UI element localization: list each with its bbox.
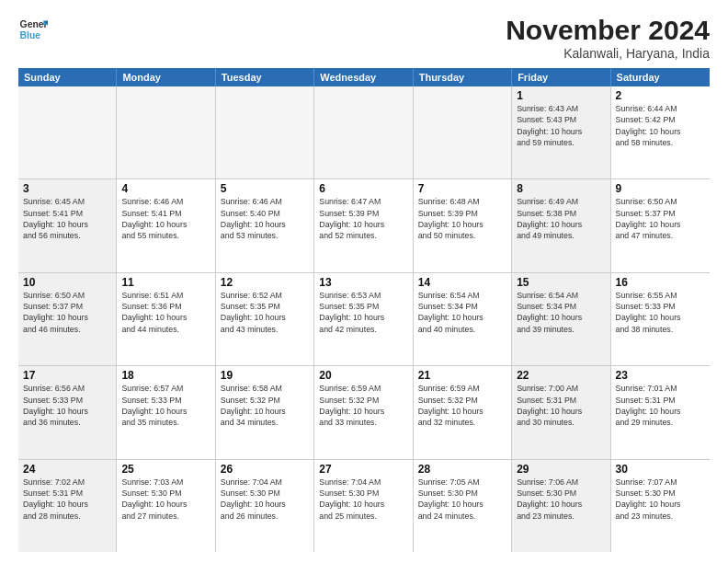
calendar-header-sunday: Sunday — [18, 68, 117, 86]
day-number: 19 — [221, 369, 309, 382]
day-number: 25 — [121, 463, 210, 476]
day-number: 18 — [121, 369, 210, 382]
day-number: 3 — [23, 182, 111, 195]
svg-text:Blue: Blue — [20, 30, 41, 40]
calendar-day-17: 17Sunrise: 6:56 AM Sunset: 5:33 PM Dayli… — [18, 366, 117, 458]
calendar-header-tuesday: Tuesday — [216, 68, 314, 86]
calendar-day-19: 19Sunrise: 6:58 AM Sunset: 5:32 PM Dayli… — [216, 366, 314, 458]
day-number: 12 — [221, 276, 309, 289]
day-info: Sunrise: 6:56 AM Sunset: 5:33 PM Dayligh… — [23, 383, 111, 428]
calendar-day-28: 28Sunrise: 7:05 AM Sunset: 5:30 PM Dayli… — [414, 460, 512, 552]
calendar-header-friday: Friday — [512, 68, 610, 86]
day-number: 13 — [319, 276, 407, 289]
day-info: Sunrise: 6:45 AM Sunset: 5:41 PM Dayligh… — [23, 196, 111, 241]
day-number: 27 — [319, 463, 407, 476]
calendar-day-25: 25Sunrise: 7:03 AM Sunset: 5:30 PM Dayli… — [117, 460, 215, 552]
calendar-empty-cell — [117, 86, 215, 178]
day-number: 17 — [23, 369, 111, 382]
header: General Blue November 2024 Kalanwali, Ha… — [18, 15, 710, 61]
day-number: 16 — [616, 276, 705, 289]
day-info: Sunrise: 6:51 AM Sunset: 5:36 PM Dayligh… — [121, 290, 210, 335]
calendar-day-13: 13Sunrise: 6:53 AM Sunset: 5:35 PM Dayli… — [314, 273, 413, 365]
day-number: 4 — [121, 182, 210, 195]
calendar: SundayMondayTuesdayWednesdayThursdayFrid… — [18, 68, 710, 552]
day-info: Sunrise: 6:46 AM Sunset: 5:40 PM Dayligh… — [221, 196, 309, 241]
day-number: 9 — [616, 182, 705, 195]
day-info: Sunrise: 6:53 AM Sunset: 5:35 PM Dayligh… — [319, 290, 407, 335]
calendar-day-24: 24Sunrise: 7:02 AM Sunset: 5:31 PM Dayli… — [18, 460, 117, 552]
page: General Blue November 2024 Kalanwali, Ha… — [0, 0, 728, 563]
day-info: Sunrise: 7:04 AM Sunset: 5:30 PM Dayligh… — [221, 477, 309, 522]
calendar-week-1: 1Sunrise: 6:43 AM Sunset: 5:43 PM Daylig… — [18, 86, 710, 179]
subtitle: Kalanwali, Haryana, India — [506, 46, 710, 61]
day-info: Sunrise: 6:50 AM Sunset: 5:37 PM Dayligh… — [616, 196, 705, 241]
calendar-header-saturday: Saturday — [611, 68, 710, 86]
day-info: Sunrise: 6:49 AM Sunset: 5:38 PM Dayligh… — [517, 196, 605, 241]
day-info: Sunrise: 6:44 AM Sunset: 5:42 PM Dayligh… — [616, 103, 705, 148]
day-number: 5 — [221, 182, 309, 195]
day-number: 23 — [616, 369, 705, 382]
calendar-day-14: 14Sunrise: 6:54 AM Sunset: 5:34 PM Dayli… — [414, 273, 512, 365]
main-title: November 2024 — [506, 15, 710, 46]
day-number: 10 — [23, 276, 111, 289]
calendar-empty-cell — [414, 86, 512, 178]
day-info: Sunrise: 6:58 AM Sunset: 5:32 PM Dayligh… — [221, 383, 309, 428]
calendar-week-3: 10Sunrise: 6:50 AM Sunset: 5:37 PM Dayli… — [18, 273, 710, 366]
calendar-week-5: 24Sunrise: 7:02 AM Sunset: 5:31 PM Dayli… — [18, 460, 710, 552]
day-info: Sunrise: 7:02 AM Sunset: 5:31 PM Dayligh… — [23, 477, 111, 522]
day-number: 1 — [517, 89, 605, 102]
day-info: Sunrise: 7:07 AM Sunset: 5:30 PM Dayligh… — [616, 477, 705, 522]
day-number: 24 — [23, 463, 111, 476]
calendar-empty-cell — [18, 86, 117, 178]
day-number: 30 — [616, 463, 705, 476]
day-info: Sunrise: 6:43 AM Sunset: 5:43 PM Dayligh… — [517, 103, 605, 148]
calendar-day-30: 30Sunrise: 7:07 AM Sunset: 5:30 PM Dayli… — [611, 460, 710, 552]
day-info: Sunrise: 6:52 AM Sunset: 5:35 PM Dayligh… — [221, 290, 309, 335]
day-number: 21 — [418, 369, 506, 382]
calendar-header-thursday: Thursday — [414, 68, 512, 86]
day-info: Sunrise: 6:46 AM Sunset: 5:41 PM Dayligh… — [121, 196, 210, 241]
day-info: Sunrise: 7:03 AM Sunset: 5:30 PM Dayligh… — [121, 477, 210, 522]
calendar-day-15: 15Sunrise: 6:54 AM Sunset: 5:34 PM Dayli… — [512, 273, 610, 365]
calendar-day-9: 9Sunrise: 6:50 AM Sunset: 5:37 PM Daylig… — [611, 179, 710, 271]
calendar-day-27: 27Sunrise: 7:04 AM Sunset: 5:30 PM Dayli… — [314, 460, 413, 552]
day-number: 28 — [418, 463, 506, 476]
calendar-header-wednesday: Wednesday — [314, 68, 413, 86]
calendar-day-4: 4Sunrise: 6:46 AM Sunset: 5:41 PM Daylig… — [117, 179, 215, 271]
calendar-body: 1Sunrise: 6:43 AM Sunset: 5:43 PM Daylig… — [18, 86, 710, 552]
day-info: Sunrise: 7:04 AM Sunset: 5:30 PM Dayligh… — [319, 477, 407, 522]
calendar-week-4: 17Sunrise: 6:56 AM Sunset: 5:33 PM Dayli… — [18, 366, 710, 459]
day-number: 20 — [319, 369, 407, 382]
calendar-day-26: 26Sunrise: 7:04 AM Sunset: 5:30 PM Dayli… — [216, 460, 314, 552]
day-info: Sunrise: 6:47 AM Sunset: 5:39 PM Dayligh… — [319, 196, 407, 241]
calendar-day-22: 22Sunrise: 7:00 AM Sunset: 5:31 PM Dayli… — [512, 366, 610, 458]
day-info: Sunrise: 6:59 AM Sunset: 5:32 PM Dayligh… — [418, 383, 506, 428]
calendar-day-23: 23Sunrise: 7:01 AM Sunset: 5:31 PM Dayli… — [611, 366, 710, 458]
calendar-empty-cell — [216, 86, 314, 178]
day-info: Sunrise: 6:57 AM Sunset: 5:33 PM Dayligh… — [121, 383, 210, 428]
calendar-day-18: 18Sunrise: 6:57 AM Sunset: 5:33 PM Dayli… — [117, 366, 215, 458]
day-number: 6 — [319, 182, 407, 195]
calendar-day-11: 11Sunrise: 6:51 AM Sunset: 5:36 PM Dayli… — [117, 273, 215, 365]
day-info: Sunrise: 7:06 AM Sunset: 5:30 PM Dayligh… — [517, 477, 605, 522]
day-info: Sunrise: 6:48 AM Sunset: 5:39 PM Dayligh… — [418, 196, 506, 241]
day-number: 15 — [517, 276, 605, 289]
calendar-day-1: 1Sunrise: 6:43 AM Sunset: 5:43 PM Daylig… — [512, 86, 610, 178]
calendar-day-29: 29Sunrise: 7:06 AM Sunset: 5:30 PM Dayli… — [512, 460, 610, 552]
calendar-header: SundayMondayTuesdayWednesdayThursdayFrid… — [18, 68, 710, 86]
calendar-day-6: 6Sunrise: 6:47 AM Sunset: 5:39 PM Daylig… — [314, 179, 413, 271]
day-number: 11 — [121, 276, 210, 289]
logo-icon: General Blue — [18, 15, 48, 44]
logo: General Blue — [18, 15, 48, 44]
day-info: Sunrise: 6:59 AM Sunset: 5:32 PM Dayligh… — [319, 383, 407, 428]
day-number: 7 — [418, 182, 506, 195]
day-number: 8 — [517, 182, 605, 195]
day-info: Sunrise: 7:00 AM Sunset: 5:31 PM Dayligh… — [517, 383, 605, 428]
calendar-week-2: 3Sunrise: 6:45 AM Sunset: 5:41 PM Daylig… — [18, 179, 710, 272]
day-number: 14 — [418, 276, 506, 289]
calendar-day-5: 5Sunrise: 6:46 AM Sunset: 5:40 PM Daylig… — [216, 179, 314, 271]
calendar-day-12: 12Sunrise: 6:52 AM Sunset: 5:35 PM Dayli… — [216, 273, 314, 365]
calendar-day-7: 7Sunrise: 6:48 AM Sunset: 5:39 PM Daylig… — [414, 179, 512, 271]
day-number: 22 — [517, 369, 605, 382]
calendar-header-monday: Monday — [117, 68, 215, 86]
